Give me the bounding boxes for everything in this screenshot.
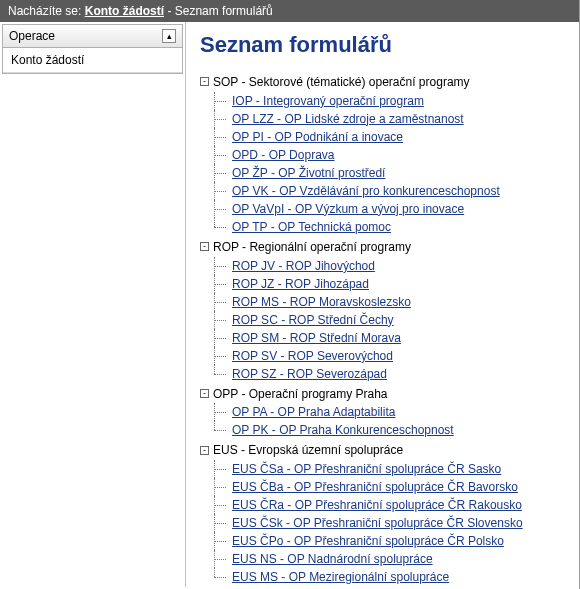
tree-leaf-link[interactable]: EUS ČSk - OP Přeshraniční spolupráce ČR …: [232, 516, 523, 530]
tree-leaf: EUS ČBa - OP Přeshraniční spolupráce ČR …: [214, 478, 565, 496]
tree-group: -EUS - Evropská územní spolupráceEUS ČSa…: [200, 440, 565, 586]
tree-leaf-link[interactable]: ROP SC - ROP Střední Čechy: [232, 313, 394, 327]
breadcrumb-link[interactable]: Konto žádostí: [85, 4, 164, 18]
tree-leaf-link[interactable]: ROP JV - ROP Jihovýchod: [232, 259, 375, 273]
tree-leaf-link[interactable]: OP PK - OP Praha Konkurenceschopnost: [232, 423, 454, 437]
tree-toggle-icon[interactable]: -: [200, 446, 209, 455]
content: Seznam formulářů -SOP - Sektorové (témat…: [186, 22, 579, 587]
sidebar-panel: Operace ▴ Konto žádostí: [2, 24, 183, 74]
tree-leaf: OPD - OP Doprava: [214, 146, 565, 164]
sidebar-panel-title: Operace: [9, 29, 55, 43]
tree-group-label: SOP - Sektorové (tématické) operační pro…: [213, 75, 470, 89]
breadcrumb-prefix: Nacházíte se:: [8, 4, 81, 18]
tree-leaf: OP PA - OP Praha Adaptabilita: [214, 403, 565, 421]
breadcrumb-suffix: - Seznam formulářů: [167, 4, 272, 18]
tree-leaf: OP PK - OP Praha Konkurenceschopnost: [214, 421, 565, 439]
tree-leaf-link[interactable]: OP VaVpI - OP Výzkum a vývoj pro inovace: [232, 202, 464, 216]
tree-leaf-link[interactable]: OP VK - OP Vzdělávání pro konkurencescho…: [232, 184, 500, 198]
sidebar-item-konto-zadosti[interactable]: Konto žádostí: [3, 48, 182, 73]
tree-leaf: OP TP - OP Technická pomoc: [214, 218, 565, 236]
breadcrumb: Nacházíte se: Konto žádostí - Seznam for…: [0, 0, 579, 22]
sidebar-item-label: Konto žádostí: [11, 53, 84, 67]
tree-leaf-link[interactable]: EUS NS - OP Nadnárodní spolupráce: [232, 552, 433, 566]
tree-toggle-icon[interactable]: -: [200, 242, 209, 251]
tree-leaf-link[interactable]: ROP SV - ROP Severovýchod: [232, 349, 393, 363]
tree-leaf: ROP SV - ROP Severovýchod: [214, 347, 565, 365]
tree-leaf-link[interactable]: OP PI - OP Podnikání a inovace: [232, 130, 403, 144]
sidebar: Operace ▴ Konto žádostí: [0, 22, 186, 587]
tree-toggle-icon[interactable]: -: [200, 389, 209, 398]
tree-leaf: ROP SZ - ROP Severozápad: [214, 365, 565, 383]
tree-leaf: IOP - Integrovaný operační program: [214, 92, 565, 110]
tree-leaf: ROP JV - ROP Jihovýchod: [214, 257, 565, 275]
tree-leaf: OP PI - OP Podnikání a inovace: [214, 128, 565, 146]
tree-leaf: OP VaVpI - OP Výzkum a vývoj pro inovace: [214, 200, 565, 218]
tree-leaf: EUS ČSa - OP Přeshraniční spolupráce ČR …: [214, 460, 565, 478]
tree-leaf: ROP SC - ROP Střední Čechy: [214, 311, 565, 329]
tree-leaf: OP LZZ - OP Lidské zdroje a zaměstnanost: [214, 110, 565, 128]
tree-leaf-link[interactable]: EUS ČPo - OP Přeshraniční spolupráce ČR …: [232, 534, 504, 548]
tree-leaf-link[interactable]: OP ŽP - OP Životní prostředí: [232, 166, 385, 180]
tree-leaf-link[interactable]: EUS ČRa - OP Přeshraniční spolupráce ČR …: [232, 498, 522, 512]
tree-leaf: OP ŽP - OP Životní prostředí: [214, 164, 565, 182]
tree-leaf-link[interactable]: IOP - Integrovaný operační program: [232, 94, 424, 108]
tree-leaf-link[interactable]: EUS ČBa - OP Přeshraniční spolupráce ČR …: [232, 480, 518, 494]
tree-leaf: EUS ČRa - OP Přeshraniční spolupráce ČR …: [214, 496, 565, 514]
tree-leaf-link[interactable]: ROP SM - ROP Střední Morava: [232, 331, 401, 345]
tree-leaf-link[interactable]: EUS MS - OP Meziregionální spolupráce: [232, 570, 449, 584]
tree-leaf: ROP SM - ROP Střední Morava: [214, 329, 565, 347]
tree-leaf-link[interactable]: OPD - OP Doprava: [232, 148, 334, 162]
tree-leaf-link[interactable]: ROP MS - ROP Moravskoslezsko: [232, 295, 411, 309]
tree-group-label: ROP - Regionální operační programy: [213, 240, 411, 254]
tree-leaf: EUS ČPo - OP Přeshraniční spolupráce ČR …: [214, 532, 565, 550]
tree-leaf-link[interactable]: ROP SZ - ROP Severozápad: [232, 367, 387, 381]
tree-leaf-link[interactable]: OP TP - OP Technická pomoc: [232, 220, 391, 234]
tree-group-label: EUS - Evropská územní spolupráce: [213, 443, 403, 457]
tree-leaf: ROP MS - ROP Moravskoslezsko: [214, 293, 565, 311]
tree-leaf: ROP JZ - ROP Jihozápad: [214, 275, 565, 293]
tree-group: -SOP - Sektorové (tématické) operační pr…: [200, 72, 565, 236]
tree-leaf: EUS NS - OP Nadnárodní spolupráce: [214, 550, 565, 568]
tree-toggle-icon[interactable]: -: [200, 77, 209, 86]
tree-leaf-link[interactable]: EUS ČSa - OP Přeshraniční spolupráce ČR …: [232, 462, 501, 476]
tree-leaf: EUS MS - OP Meziregionální spolupráce: [214, 568, 565, 586]
page-title: Seznam formulářů: [200, 32, 565, 58]
tree-leaf-link[interactable]: ROP JZ - ROP Jihozápad: [232, 277, 369, 291]
sidebar-panel-header[interactable]: Operace ▴: [3, 25, 182, 48]
tree-leaf-link[interactable]: OP PA - OP Praha Adaptabilita: [232, 405, 395, 419]
tree-leaf: OP VK - OP Vzdělávání pro konkurencescho…: [214, 182, 565, 200]
tree-leaf: EUS ČSk - OP Přeshraniční spolupráce ČR …: [214, 514, 565, 532]
tree-group-label: OPP - Operační programy Praha: [213, 386, 388, 400]
tree-leaf-link[interactable]: OP LZZ - OP Lidské zdroje a zaměstnanost: [232, 112, 464, 126]
tree-group: -OPP - Operační programy PrahaOP PA - OP…: [200, 384, 565, 440]
tree-group: -ROP - Regionální operační programyROP J…: [200, 237, 565, 383]
tree: -SOP - Sektorové (tématické) operační pr…: [200, 72, 565, 586]
collapse-icon[interactable]: ▴: [162, 29, 176, 43]
